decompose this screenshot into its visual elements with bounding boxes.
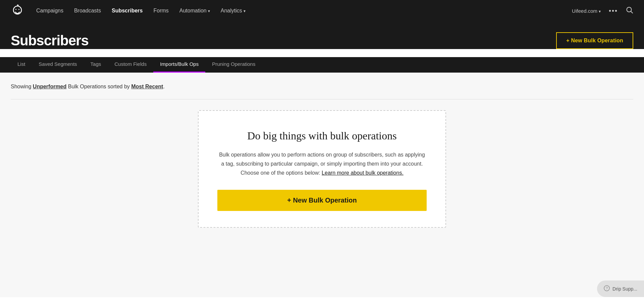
page-header: Subscribers + New Bulk Operation — [0, 21, 644, 49]
nav-forms[interactable]: Forms — [153, 8, 168, 14]
nav-subscribers[interactable]: Subscribers — [112, 8, 143, 14]
tabs-bar: List Saved Segments Tags Custom Fields I… — [0, 57, 644, 73]
support-icon: ? — [604, 285, 610, 292]
new-bulk-operation-header-button[interactable]: + New Bulk Operation — [556, 32, 633, 49]
logo[interactable] — [11, 4, 24, 17]
tab-saved-segments[interactable]: Saved Segments — [32, 57, 84, 73]
svg-line-4 — [631, 11, 633, 13]
filter-description: Showing Unperformed Bulk Operations sort… — [11, 84, 633, 90]
filter-most-recent: Most Recent — [131, 84, 163, 89]
new-bulk-operation-button[interactable]: + New Bulk Operation — [217, 190, 427, 211]
svg-point-0 — [13, 6, 21, 14]
support-label: Drip Supp... — [612, 286, 637, 292]
search-icon[interactable] — [626, 6, 633, 15]
empty-state-card: Do big things with bulk operations Bulk … — [198, 110, 446, 228]
nav-broadcasts[interactable]: Broadcasts — [74, 8, 101, 14]
nav-links: Campaigns Broadcasts Subscribers Forms A… — [36, 8, 572, 14]
domain-chevron-icon — [599, 8, 601, 14]
main-nav: Campaigns Broadcasts Subscribers Forms A… — [0, 0, 644, 21]
tab-imports-bulk-ops[interactable]: Imports/Bulk Ops — [153, 57, 205, 73]
tab-custom-fields[interactable]: Custom Fields — [108, 57, 153, 73]
page-title: Subscribers — [11, 33, 89, 49]
svg-point-2 — [18, 9, 19, 10]
svg-point-1 — [15, 9, 16, 10]
tab-list[interactable]: List — [11, 57, 32, 73]
main-content: Showing Unperformed Bulk Operations sort… — [0, 73, 644, 297]
learn-more-link[interactable]: Learn more about bulk operations. — [322, 170, 404, 176]
tab-tags[interactable]: Tags — [84, 57, 108, 73]
nav-analytics[interactable]: Analytics — [221, 8, 246, 14]
content-divider — [11, 99, 633, 99]
analytics-chevron-icon — [244, 8, 246, 14]
filter-unperformed: Unperformed — [33, 84, 66, 89]
svg-text:?: ? — [606, 286, 608, 290]
tab-pruning-operations[interactable]: Pruning Operations — [205, 57, 262, 73]
nav-campaigns[interactable]: Campaigns — [36, 8, 63, 14]
nav-right: Uifeed.com ••• — [572, 6, 633, 15]
empty-state-description: Bulk operations allow you to perform act… — [217, 150, 427, 178]
nav-automation[interactable]: Automation — [179, 8, 210, 14]
empty-state-title: Do big things with bulk operations — [217, 130, 427, 142]
more-options-button[interactable]: ••• — [609, 7, 618, 15]
automation-chevron-icon — [208, 8, 210, 14]
drip-support-widget[interactable]: ? Drip Supp... — [597, 280, 644, 297]
domain-selector[interactable]: Uifeed.com — [572, 8, 601, 14]
